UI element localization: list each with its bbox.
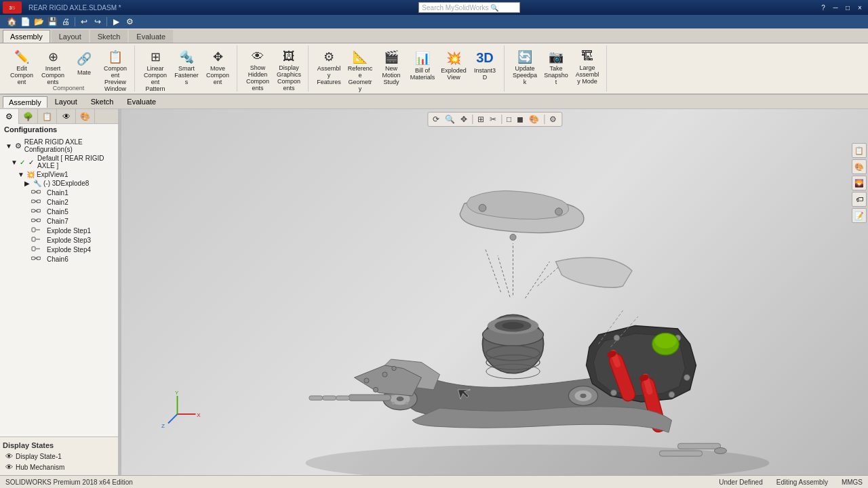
expander-3dexplode[interactable]: ▶ [24,180,31,187]
tab-assembly[interactable]: Assembly [3,30,50,43]
move-label: Move Component [205,66,231,86]
tab-sketch[interactable]: Sketch [90,30,128,43]
search-box[interactable]: Search MySolidWorks 🔍 [418,2,520,13]
upper-right-bracket [556,258,633,287]
group-label-component: Component [53,85,85,92]
right-icon-1[interactable]: 📋 [852,143,867,158]
rotate-btn[interactable]: ⟳ [431,114,441,125]
tree-label-chain1: Chain1 [47,189,68,197]
tree-item-default[interactable]: ▼ ✓ ✓ Default [ REAR RIGID AXLE ] [0,154,118,170]
viewport[interactable]: ⟳ 🔍 ✥ ⊞ ✂ □ ◼ 🎨 ⚙ [121,109,868,475]
close-button[interactable]: × [854,2,865,13]
tree-label-step3: Explode Step3 [47,237,91,244]
minimize-button[interactable]: ─ [830,2,841,13]
qat-print[interactable]: 🖨 [60,16,72,28]
panel-tab-configs[interactable]: ⚙ [0,109,19,124]
qat-undo[interactable]: ↩ [78,16,90,28]
qat-options[interactable]: ⚙ [123,16,136,28]
right-icon-5[interactable]: 📝 [852,208,867,223]
main-tab-evaluate[interactable]: Evaluate [121,96,162,108]
help-button[interactable]: ? [818,2,829,13]
tree-item-chain5[interactable]: Chain5 [0,207,118,216]
qat-home[interactable]: 🏠 [5,16,18,28]
tree-item-chain2[interactable]: Chain2 [0,197,118,207]
svg-point-49 [479,204,486,211]
group-btns5: 🔄 Update Speedpak 📷 Take Snapshot 🏗 Larg… [510,47,602,89]
large-assembly-btn[interactable]: 🏗 Large Assembly Mode [572,47,602,83]
insert-components-btn[interactable]: ⊕ Insert Components [38,47,68,83]
tree-icon-default: ✓ [27,159,35,166]
qat-save[interactable]: 💾 [46,16,58,28]
tree-item-step1[interactable]: Explode Step1 [0,226,118,235]
display-style-btn[interactable]: □ [505,114,513,125]
tree-item-root[interactable]: ▼ ⚙ REAR RIGID AXLE Configuration(s) [0,138,118,154]
tree-item-chain6[interactable]: Chain6 [0,254,118,264]
tree-item-step4[interactable]: Explode Step4 [0,245,118,254]
display-state-1-icon: 👁 [5,452,13,460]
instant3d-btn[interactable]: 3D Instant3D [470,47,500,83]
edit-component-icon: ✏️ [12,49,31,64]
move-component-btn[interactable]: ✥ Move Component [203,47,233,83]
search-placeholder: Search MySolidWorks [422,4,488,12]
color-btn[interactable]: 🎨 [527,114,541,125]
main-tab-sketch[interactable]: Sketch [85,96,120,108]
reference-geometry-btn[interactable]: 📐 Reference Geometry [345,47,375,83]
titlebar: 3S REAR RIGID AXLE.SLDASM * Search MySol… [0,0,868,15]
tab-layout[interactable]: Layout [52,30,89,43]
preview-window-btn[interactable]: 📋 Component Preview Window [100,47,130,83]
expander-default[interactable]: ▼ [11,159,18,166]
panel-tab-display[interactable]: 👁 [57,109,76,124]
tree-item-explview[interactable]: ▼ 💥 ExplView1 [0,170,118,179]
tree-item-3dexplode[interactable]: ▶ 🔧 (-) 3DExplode8 [0,179,118,188]
ribbon-tabs: Assembly Layout Sketch Evaluate [0,28,868,43]
shaded-btn[interactable]: ◼ [515,114,526,125]
maximize-button[interactable]: □ [842,2,853,13]
display-graphics-btn[interactable]: 🖼 Display Graphics Components [274,47,304,83]
panel-tab-tree[interactable]: 🌳 [19,109,38,124]
svg-rect-30 [309,396,323,400]
expander-root[interactable]: ▼ [5,142,12,150]
main-tab-assembly[interactable]: Assembly [3,96,47,108]
mate-btn[interactable]: 🔗 Mate [69,47,99,83]
qat-new[interactable]: 📄 [19,16,31,28]
section-btn[interactable]: ✂ [488,114,498,125]
left-stub-axle [349,394,391,401]
tree-item-chain1[interactable]: Chain1 [0,188,118,197]
assembly-features-btn[interactable]: ⚙ Assembly Features [314,47,344,83]
smart-fasteners-btn[interactable]: 🔩 Smart Fasteners [172,47,201,83]
view-settings-btn[interactable]: ⚙ [547,114,559,125]
qat-open[interactable]: 📂 [33,16,45,28]
tree-item-step3[interactable]: Explode Step3 [0,235,118,245]
zoom-btn[interactable]: 🔍 [443,114,457,125]
panel-tab-props[interactable]: 📋 [38,109,57,124]
qat-redo[interactable]: ↪ [92,16,104,28]
edit-component-btn[interactable]: ✏️ Edit Component [7,47,37,83]
main-tab-layout[interactable]: Layout [49,96,83,108]
qat-rebuild[interactable]: ▶ [110,16,122,28]
display-state-1[interactable]: 👁 Display State-1 [3,451,115,462]
svg-point-63 [660,336,672,344]
take-snapshot-btn[interactable]: 📷 Take Snapshot [541,47,571,83]
pan-btn[interactable]: ✥ [458,114,469,125]
cad-3d-view[interactable]: X Y Z [121,109,868,475]
right-icon-4[interactable]: 🏷 [852,192,867,207]
exploded-view-btn[interactable]: 💥 Exploded View [439,47,469,83]
panel-tab-appear[interactable]: 🎨 [76,109,95,124]
chain7-icon [31,217,45,225]
right-icon-2[interactable]: 🎨 [852,159,867,174]
new-motion-btn[interactable]: 🎬 New Motion Study [376,47,406,83]
tree-item-chain7[interactable]: Chain7 [0,216,118,226]
speedpak-icon: 🔄 [515,49,534,64]
right-icon-3[interactable]: 🌄 [852,176,867,190]
show-hidden-btn[interactable]: 👁 Show Hidden Components [243,47,273,83]
linear-pattern-btn[interactable]: ⊞ Linear Component Pattern [140,47,170,83]
display-state-1-label: Display State-1 [16,453,62,460]
tab-evaluate[interactable]: Evaluate [129,30,173,43]
update-speedpak-btn[interactable]: 🔄 Update Speedpak [510,47,540,83]
chain2-icon [31,198,45,206]
hub-mechanism[interactable]: 👁 Hub Mechanism [3,462,115,472]
expander-explview[interactable]: ▼ [18,171,24,178]
view-orient-btn[interactable]: ⊞ [475,114,486,125]
bom-btn[interactable]: 📊 Bill of Materials [408,47,437,83]
svg-rect-19 [37,257,41,260]
